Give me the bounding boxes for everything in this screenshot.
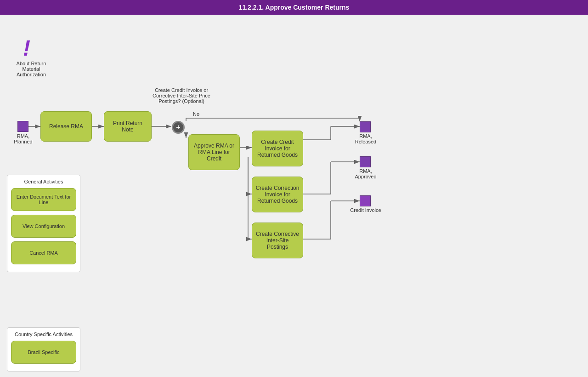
info-label: About Return Material Authorization (8, 61, 54, 77)
gateway-circle (172, 121, 185, 134)
info-icon[interactable]: ! (23, 35, 30, 61)
create-corrective-intersite-box[interactable]: Create Corrective Inter-Site Postings (252, 223, 303, 258)
release-rma-box[interactable]: Release RMA (40, 111, 92, 142)
cancel-rma-sidebar[interactable]: Cancel RMA (11, 241, 76, 264)
country-activities-title: Country Specific Activities (11, 331, 76, 337)
enter-doc-text-sidebar[interactable]: Enter Document Text for Line (11, 188, 76, 211)
no-label: No (193, 111, 199, 117)
rma-approved-label: RMA, Approved (350, 168, 381, 179)
credit-invoice-label: Credit Invoice (350, 207, 381, 213)
view-config-sidebar[interactable]: View Configuration (11, 215, 76, 238)
general-activities-panel: General Activities Enter Document Text f… (7, 175, 80, 272)
decision-label: Create Credit Invoice or Corrective Inte… (147, 87, 216, 104)
main-canvas: ! About Return Material Authorization RM… (0, 15, 588, 377)
approve-rma-box[interactable]: Print Return Note Approve RMA or RMA Lin… (188, 134, 240, 170)
rma-approved-state (360, 156, 371, 167)
country-activities-panel: Country Specific Activities Brazil Speci… (7, 327, 80, 371)
print-return-note-box[interactable]: Print Return Note (104, 111, 152, 142)
credit-invoice-state (360, 195, 371, 206)
title-text: 11.2.2.1. Approve Customer Returns (239, 4, 350, 11)
rma-planned-state (17, 121, 28, 132)
rma-planned-label: RMA, Planned (8, 133, 38, 144)
brazil-specific-sidebar[interactable]: Brazil Specific (11, 341, 76, 364)
create-credit-invoice-box[interactable]: Print Return Note Create Credit Invoice … (252, 131, 303, 166)
rma-released-state (360, 121, 371, 132)
rma-released-label: RMA, Released (350, 133, 381, 144)
create-correction-invoice-box[interactable]: Create Correction Invoice for Returned G… (252, 177, 303, 212)
title-bar: 11.2.2.1. Approve Customer Returns (0, 0, 588, 15)
general-activities-title: General Activities (11, 179, 76, 184)
